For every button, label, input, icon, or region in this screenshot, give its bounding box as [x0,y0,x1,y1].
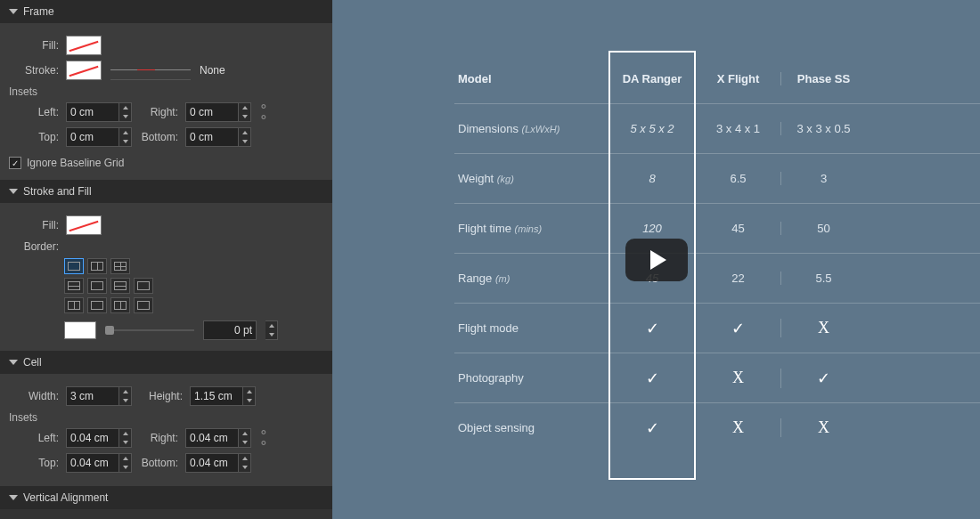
frame-left-stepper[interactable] [119,102,132,122]
border-width-field[interactable]: 0 pt [203,320,257,340]
cell-bottom-label: Bottom: [141,457,185,469]
sf-fill-swatch[interactable] [66,215,102,235]
border-top-btn[interactable] [87,278,107,294]
cell-top-input[interactable]: 0.04 cm [66,453,119,473]
cell-height-input[interactable]: 1.15 cm [190,386,243,406]
table-header-row: Model DA Ranger X Flight Phase SS [454,53,980,103]
sf-fill-label: Fill: [9,219,66,231]
frame-bottom-label: Bottom: [141,131,185,143]
cell-height-stepper[interactable] [243,386,256,406]
r1-c1: 5 x 5 x 2 [609,122,695,135]
border-width-stepper[interactable] [265,320,278,340]
section-valign-header[interactable]: Vertical Alignment [0,486,332,509]
ignore-baseline-row[interactable]: ✓ Ignore Baseline Grid [9,157,323,169]
section-strokefill-body: Fill: Border: 0 pt [0,203,332,351]
frame-stroke-label: Stroke: [9,64,66,77]
ignore-baseline-checkbox[interactable]: ✓ [9,157,21,169]
border-vline-btn[interactable] [64,297,84,313]
disclosure-icon [9,495,18,500]
comparison-table[interactable]: Model DA Ranger X Flight Phase SS Dimens… [454,53,980,452]
stroke-preview[interactable] [110,61,191,80]
border-right-btn[interactable] [134,297,153,313]
cell-bottom-stepper[interactable] [239,453,251,473]
cell-left-input[interactable]: 0.04 cm [66,428,119,448]
th-phasess: Phase SS [780,72,866,85]
section-cell-title: Cell [23,356,42,369]
section-cell-header[interactable]: Cell [0,351,332,374]
table-row: Flight mode ✓ ✓ X [454,303,980,353]
cell-bottom-input[interactable]: 0.04 cm [185,453,239,473]
link-insets-icon[interactable]: ⚬⚬ [257,100,271,125]
cell-left-stepper[interactable] [119,428,132,448]
section-cell-body: Width: 3 cm Height: 1.15 cm Insets Left:… [0,374,332,486]
border-width-slider[interactable] [105,329,194,331]
cell-link-insets-icon[interactable]: ⚬⚬ [257,426,271,450]
border-left-btn[interactable] [87,297,107,313]
r7-label: Object sensing [454,421,609,434]
border-outer-btn[interactable] [64,258,84,274]
document-canvas[interactable]: Model DA Ranger X Flight Phase SS Dimens… [332,0,980,519]
r4-c2: 22 [695,272,780,285]
disclosure-icon [9,189,18,194]
frame-top-stepper[interactable] [119,127,132,147]
r2-c1: 8 [609,172,695,185]
th-daranger: DA Ranger [609,72,695,85]
frame-left-label: Left: [9,106,66,118]
border-bot-btn[interactable] [134,278,153,294]
section-valign-title: Vertical Alignment [23,491,108,504]
frame-right-input[interactable]: 0 cm [185,102,239,122]
disclosure-icon [9,9,18,14]
frame-top-input[interactable]: 0 cm [66,127,119,147]
table-row: Flight time (mins) 120 45 50 [454,203,980,253]
frame-insets-heading: Insets [9,85,323,98]
section-strokefill-header[interactable]: Stroke and Fill [0,180,332,203]
r3-c3: 50 [780,222,866,235]
border-color-swatch[interactable] [64,321,96,339]
play-icon [650,250,666,270]
section-frame-body: Fill: Stroke: None Insets Left: 0 cm Rig… [0,23,332,180]
r1-hint: (LxWxH) [522,124,560,134]
section-strokefill-title: Stroke and Fill [23,185,92,198]
frame-fill-swatch[interactable] [66,36,102,55]
x-icon: X [780,319,866,337]
check-icon: ✓ [609,418,695,438]
r2-hint: (kg) [497,174,514,184]
disclosure-icon [9,360,18,365]
border-all-btn[interactable] [110,258,130,274]
border-vmid-btn[interactable] [110,297,130,313]
cell-left-label: Left: [9,432,66,444]
cell-right-input[interactable]: 0.04 cm [185,428,239,448]
stroke-style-dropdown[interactable]: None [200,64,253,77]
cell-top-stepper[interactable] [119,453,132,473]
section-frame-header[interactable]: Frame [0,0,332,23]
r1-label: Dimensions [458,122,519,135]
cell-top-label: Top: [9,457,66,469]
sf-border-label: Border: [9,240,66,253]
border-hline-btn[interactable] [64,278,84,294]
border-inner-btn[interactable] [87,258,107,274]
cell-right-stepper[interactable] [239,428,251,448]
ignore-baseline-label: Ignore Baseline Grid [27,157,124,169]
cell-insets-heading: Insets [9,411,323,424]
table-row: Range (m) 45 22 5.5 [454,253,980,303]
frame-bottom-stepper[interactable] [239,127,251,147]
r3-c1: 120 [609,222,695,235]
r4-hint: (m) [495,273,510,284]
cell-right-label: Right: [141,432,185,444]
frame-right-stepper[interactable] [239,102,251,122]
r4-c3: 5.5 [780,272,866,285]
cell-width-stepper[interactable] [119,386,132,406]
border-mid-btn[interactable] [110,278,130,294]
cell-width-input[interactable]: 3 cm [66,386,119,406]
check-icon: ✓ [780,369,866,388]
r6-label: Photography [454,371,609,385]
frame-bottom-input[interactable]: 0 cm [185,127,239,147]
th-model: Model [454,72,609,85]
r5-label: Flight mode [454,321,609,335]
cell-height-label: Height: [141,390,190,402]
check-icon: ✓ [695,319,780,338]
frame-left-input[interactable]: 0 cm [66,102,119,122]
frame-stroke-swatch[interactable] [66,61,102,80]
video-play-button[interactable] [625,239,688,281]
check-icon: ✓ [609,319,695,338]
